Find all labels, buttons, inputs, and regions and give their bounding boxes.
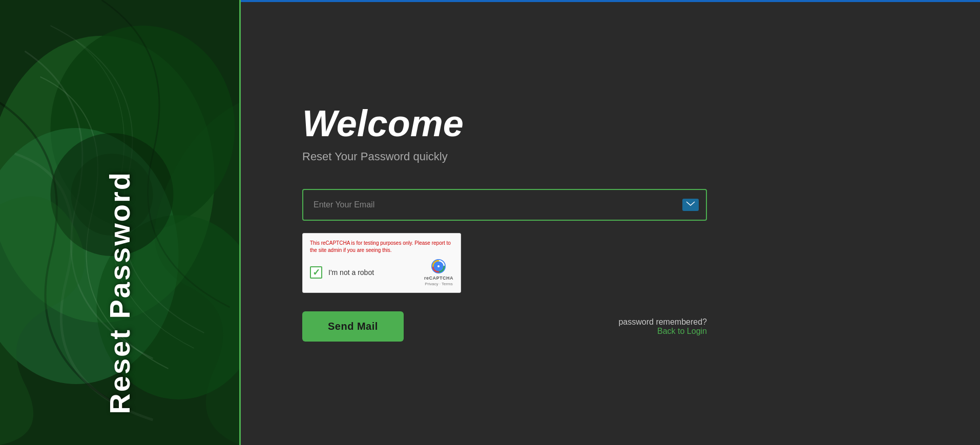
recaptcha-widget[interactable]: This reCAPTCHA is for testing purposes o… [302,233,461,293]
recaptcha-logo-icon [430,258,447,274]
sidebar-title-wrapper: Reset Password [0,171,239,414]
bottom-action-row: Send Mail password remembered? Back to L… [302,311,707,342]
recaptcha-left-area: ✓ I'm not a robot [310,266,374,279]
top-accent-border [241,0,980,2]
right-panel: Welcome Reset Your Password quickly This… [241,0,980,445]
recaptcha-logo-area: reCAPTCHA Privacy · Terms [424,258,453,286]
welcome-subtitle: Reset Your Password quickly [302,150,919,163]
sidebar-title: Reset Password [103,171,136,414]
email-input-wrapper [302,189,707,221]
back-to-login-area: password remembered? Back to Login [618,317,707,336]
back-to-login-link[interactable]: Back to Login [618,327,707,336]
svg-point-10 [437,265,440,267]
send-mail-button[interactable]: Send Mail [302,311,404,342]
welcome-heading: Welcome [302,103,919,144]
recaptcha-brand-name: reCAPTCHA [424,276,453,281]
email-icon [682,199,699,211]
recaptcha-checkbox[interactable]: ✓ [310,266,322,279]
recaptcha-label: I'm not a robot [328,268,374,277]
left-panel: Reset Password [0,0,241,445]
password-remembered-text: password remembered? [618,317,707,326]
recaptcha-warning-text: This reCAPTCHA is for testing purposes o… [310,240,453,254]
recaptcha-privacy-terms: Privacy · Terms [425,282,453,286]
recaptcha-check-icon: ✓ [312,267,320,278]
recaptcha-main-row: ✓ I'm not a robot reCAPTCHA Privacy · Te… [310,258,453,286]
email-input[interactable] [302,189,707,221]
